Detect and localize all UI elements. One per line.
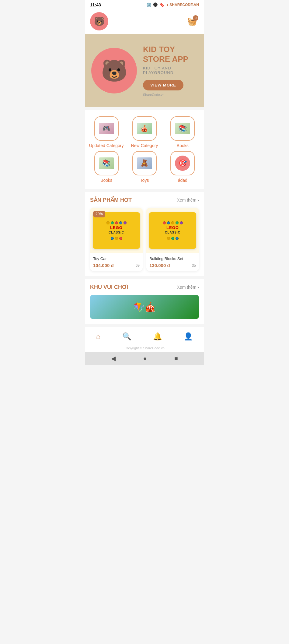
nav-profile[interactable]: 👤	[179, 331, 198, 342]
stud-5	[124, 221, 127, 224]
font-status-icon: 🅐	[153, 2, 158, 7]
android-recents-button[interactable]: ■	[174, 355, 178, 362]
category-toys-label: Toys	[140, 178, 149, 183]
category-books-1[interactable]: Books	[165, 116, 201, 148]
app-header: 🐻 🧺 0	[85, 10, 204, 34]
product-toy-car-image: 20% LEGO CLASSiC	[90, 208, 143, 253]
bottom-navigation: ⌂ 🔍 🔔 👤	[85, 327, 204, 344]
category-new[interactable]: New Category	[126, 116, 162, 148]
product-blocks-info: Building Blocks Set 130.000 đ 35	[146, 253, 199, 271]
category-adad-icon-box	[170, 151, 195, 175]
status-time: 11:43	[90, 2, 101, 7]
category-new-label: New Category	[131, 143, 158, 148]
lego-brand-1: LEGO	[110, 225, 123, 230]
stud-b1	[163, 221, 166, 224]
products-row: 20% LEGO CLASSiC	[90, 208, 199, 271]
khu-vui-choi-section: KHU VUI CHƠI Xem thêm › 🪁🎪	[85, 279, 204, 324]
category-updated-label: Updated Category	[89, 143, 124, 148]
hot-section-header: SẢN PHẨM HOT Xem thêm ›	[90, 197, 199, 203]
stud-b4	[176, 221, 179, 224]
categories-section: Updated Category New Category Books Book…	[85, 110, 204, 189]
bell-icon: 🔔	[153, 332, 162, 341]
chevron-right-icon: ›	[197, 198, 199, 202]
app-logo: 🐻	[90, 12, 108, 30]
category-adad-icon	[175, 156, 190, 171]
category-new-icon-box	[132, 116, 157, 141]
footer-credit: Copyright © ShareCode.vn	[85, 344, 204, 352]
sharecode-logo: ● SHARECODE.VN	[166, 3, 199, 7]
product-toy-car-price: 104.000 đ	[93, 263, 114, 268]
android-home-button[interactable]: ●	[143, 355, 147, 362]
nav-notifications[interactable]: 🔔	[148, 331, 167, 342]
discount-badge: 20%	[93, 211, 105, 217]
category-adad[interactable]: ádad	[165, 151, 201, 183]
hot-section-title: SẢN PHẨM HOT	[90, 197, 132, 203]
category-books1-icon	[175, 123, 190, 134]
category-books-2[interactable]: Books	[88, 151, 124, 183]
category-toys-icon-box	[132, 151, 157, 175]
product-card-toy-car[interactable]: 20% LEGO CLASSiC	[90, 208, 143, 271]
category-toys-icon	[137, 157, 152, 169]
stud-7	[115, 237, 118, 240]
banner-bear-image: 🐻	[91, 48, 137, 93]
product-blocks-bottom: 130.000 đ 35	[149, 263, 196, 268]
stud-4	[119, 221, 122, 224]
stud-b6	[167, 237, 170, 240]
category-toys[interactable]: Toys	[126, 151, 162, 183]
category-books1-icon-box	[170, 116, 195, 141]
category-updated-icon-box	[94, 116, 119, 141]
banner-title: KID TOY STORE APP	[143, 45, 198, 64]
home-icon: ⌂	[96, 332, 101, 341]
lego-set-visual-1: LEGO CLASSiC	[93, 212, 140, 249]
stud-b8	[176, 237, 179, 240]
search-icon: 🔍	[122, 332, 131, 341]
product-toy-car-name: Toy Car	[93, 256, 140, 261]
status-right: ⚙️ 🅐 🔖 ● SHARECODE.VN	[146, 2, 199, 7]
product-card-blocks[interactable]: LEGO CLASSiC Building Blocks Set 130.000…	[146, 208, 199, 271]
stud-1	[106, 221, 110, 224]
stud-6	[111, 237, 114, 240]
product-blocks-price: 130.000 đ	[149, 263, 170, 268]
cart-button[interactable]: 🧺 0	[186, 15, 199, 28]
category-new-icon	[137, 123, 152, 134]
nav-home[interactable]: ⌂	[91, 331, 106, 342]
categories-grid: Updated Category New Category Books Book…	[88, 116, 201, 183]
user-icon: 👤	[184, 332, 193, 341]
banner-content: KID TOY STORE APP KID TOY AND PLAYGROUND…	[143, 45, 198, 96]
lego-classic-label-1: CLASSiC	[109, 231, 124, 234]
category-updated-icon	[99, 123, 114, 134]
stud-b7	[171, 237, 174, 240]
stud-8	[119, 237, 122, 240]
stud-2	[111, 221, 114, 224]
stud-b3	[171, 221, 174, 224]
android-back-button[interactable]: ◀	[111, 355, 116, 362]
status-bar: 11:43 ⚙️ 🅐 🔖 ● SHARECODE.VN	[85, 0, 204, 10]
banner-credit: ShareCode.vn	[143, 93, 198, 97]
lego-classic-label-2: CLASSiC	[165, 231, 180, 234]
category-books2-icon	[99, 157, 114, 169]
hot-see-more-button[interactable]: Xem thêm ›	[177, 198, 199, 202]
category-books2-icon-box	[94, 151, 119, 175]
view-more-button[interactable]: VIEW MORE	[143, 80, 183, 90]
nav-search[interactable]: 🔍	[117, 331, 136, 342]
stud-b5	[180, 221, 183, 224]
category-updated[interactable]: Updated Category	[88, 116, 124, 148]
product-blocks-name: Building Blocks Set	[149, 256, 196, 261]
stud-b2	[167, 221, 170, 224]
android-nav-bar: ◀ ● ■	[85, 352, 204, 365]
khu-section-title: KHU VUI CHƠI	[90, 284, 128, 290]
khu-see-more-button[interactable]: Xem thêm ›	[177, 285, 199, 290]
product-blocks-image: LEGO CLASSiC	[146, 208, 199, 253]
stud-3	[115, 221, 118, 224]
product-toy-car-sold: 69	[136, 263, 140, 268]
category-books2-label: Books	[100, 178, 112, 183]
hot-products-section: SẢN PHẨM HOT Xem thêm › 20% LEGO	[85, 192, 204, 276]
product-blocks-sold: 35	[192, 263, 196, 268]
status-left: 11:43	[90, 2, 101, 7]
settings-status-icon: ⚙️	[146, 2, 151, 7]
category-books1-label: Books	[177, 143, 189, 148]
lego-brand-2: LEGO	[166, 225, 179, 230]
khu-section-header: KHU VUI CHƠI Xem thêm ›	[90, 284, 199, 290]
banner-subtitle: KID TOY AND PLAYGROUND	[143, 66, 198, 75]
khu-preview-image: 🪁🎪	[90, 295, 199, 319]
